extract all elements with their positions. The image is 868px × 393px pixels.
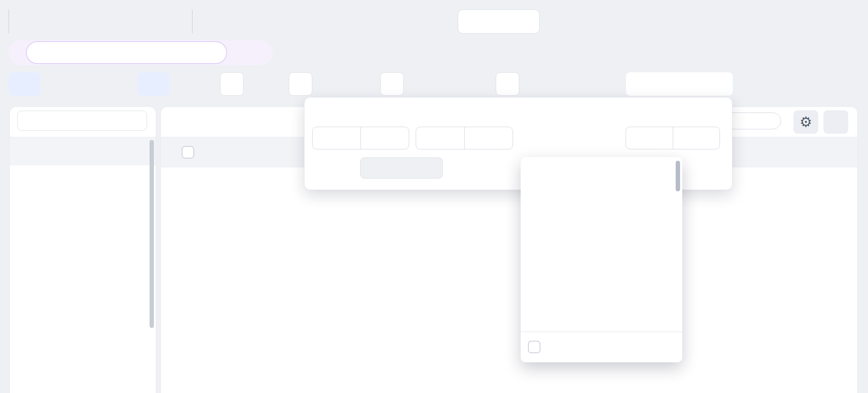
results-in-serp-from-input[interactable] [626, 127, 673, 149]
remove-volume-filter-icon[interactable] [22, 72, 41, 96]
dropdown-scrollbar[interactable] [676, 161, 680, 191]
exclude-keywords-dropdown[interactable] [496, 72, 519, 96]
ai-powered-bar [8, 40, 273, 65]
volume-filter-chip[interactable] [8, 72, 41, 96]
match-type-group [192, 9, 193, 34]
sidebar-sort-tabs [17, 111, 147, 131]
results-in-serp-range [626, 127, 720, 149]
clear-all-fields-button[interactable] [360, 157, 443, 179]
select-all-checkbox[interactable] [182, 146, 194, 159]
advanced-filters-dropdown[interactable] [626, 72, 733, 96]
sidebar-scrollbar[interactable] [150, 140, 154, 328]
word-count-range [312, 127, 409, 149]
domain-input[interactable] [26, 41, 227, 64]
export-button[interactable] [823, 110, 848, 134]
gear-icon: ⚙ [800, 114, 812, 130]
apply-button[interactable] [312, 157, 355, 179]
competitive-density-to-input[interactable] [464, 127, 513, 149]
table-settings-button[interactable]: ⚙ [793, 110, 818, 134]
remove-kd-filter-icon[interactable] [151, 72, 170, 96]
cpc-filter-dropdown[interactable] [289, 72, 312, 96]
competitive-density-from-input[interactable] [416, 127, 464, 149]
results-in-serp-to-input[interactable] [673, 127, 720, 149]
word-count-to-input[interactable] [361, 127, 409, 149]
none-checkbox[interactable] [528, 341, 540, 353]
intent-filter-dropdown[interactable] [220, 72, 244, 96]
table-summary [182, 115, 192, 125]
languages-dropdown[interactable] [458, 9, 540, 34]
include-keywords-dropdown[interactable] [380, 72, 404, 96]
sidebar-all-keywords-row[interactable] [10, 137, 156, 165]
competitive-density-range [416, 127, 513, 149]
question-filter-group [8, 9, 9, 34]
serp-features-select[interactable] [520, 127, 618, 149]
serp-option-none[interactable] [521, 332, 682, 362]
word-count-from-input[interactable] [313, 127, 361, 149]
kd-filter-chip[interactable] [137, 72, 170, 96]
serp-features-dropdown-list [521, 157, 682, 362]
keyword-groups-sidebar [10, 107, 156, 393]
